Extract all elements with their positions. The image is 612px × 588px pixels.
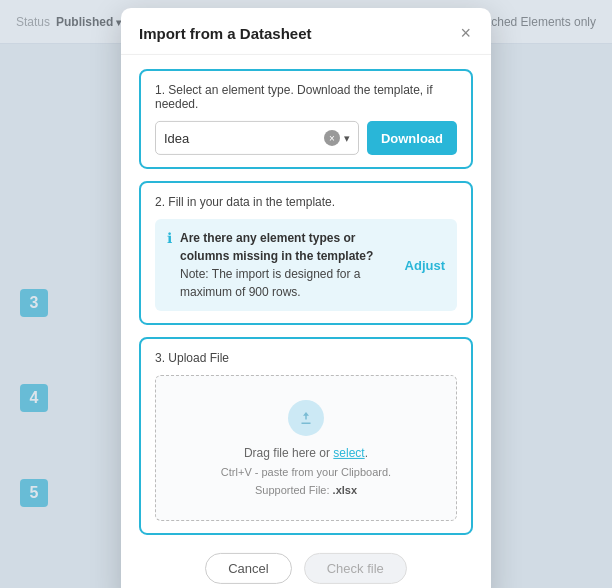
info-note: Note: The import is designed for a maxim…	[180, 267, 361, 299]
upload-svg	[297, 409, 315, 427]
upload-icon	[288, 400, 324, 436]
import-modal: Import from a Datasheet × 1. Select an e…	[121, 8, 491, 588]
modal-title: Import from a Datasheet	[139, 24, 312, 41]
upload-supported: Supported File: .xlsx	[255, 484, 357, 496]
select-value: Idea	[164, 130, 324, 145]
select-link[interactable]: select	[333, 446, 364, 460]
supported-ext: .xlsx	[333, 484, 357, 496]
step3-label: 3. Upload File	[155, 351, 457, 365]
info-title: Are there any element types or columns m…	[180, 231, 373, 263]
step1-card: 1. Select an element type. Download the …	[139, 69, 473, 169]
chevron-down-icon[interactable]: ▾	[344, 131, 350, 144]
close-button[interactable]: ×	[458, 24, 473, 42]
modal-footer: Cancel Check file	[121, 553, 491, 584]
step1-select-row: Idea × ▾ Download	[155, 121, 457, 155]
step2-card: 2. Fill in your data in the template. ℹ …	[139, 181, 473, 325]
modal-header: Import from a Datasheet ×	[121, 8, 491, 55]
cancel-button[interactable]: Cancel	[205, 553, 291, 584]
upload-area[interactable]: Drag file here or select. Ctrl+V - paste…	[155, 375, 457, 521]
element-type-select[interactable]: Idea × ▾	[155, 121, 359, 155]
step3-card: 3. Upload File Drag file here or select.…	[139, 337, 473, 535]
select-clear-icon[interactable]: ×	[324, 130, 340, 146]
upload-paste-text: Ctrl+V - paste from your Clipboard.	[221, 466, 391, 478]
step1-label: 1. Select an element type. Download the …	[155, 83, 457, 111]
modal-body: 1. Select an element type. Download the …	[121, 55, 491, 535]
download-button[interactable]: Download	[367, 121, 457, 155]
adjust-button[interactable]: Adjust	[397, 257, 445, 272]
upload-drag-text: Drag file here or select.	[244, 446, 368, 460]
check-file-button[interactable]: Check file	[304, 553, 407, 584]
info-box: ℹ Are there any element types or columns…	[155, 219, 457, 311]
info-icon: ℹ	[167, 230, 172, 246]
info-text: Are there any element types or columns m…	[180, 229, 389, 301]
step2-label: 2. Fill in your data in the template.	[155, 195, 457, 209]
